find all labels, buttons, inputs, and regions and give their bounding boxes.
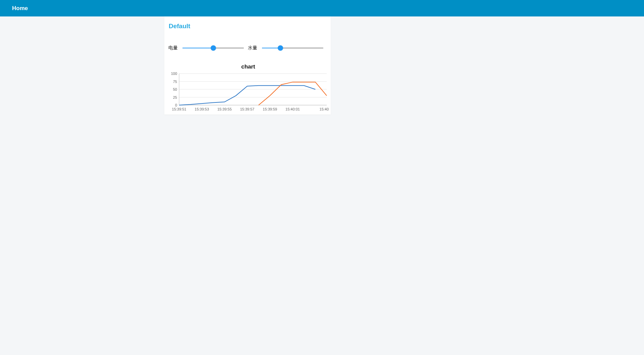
svg-text:25: 25 — [173, 95, 177, 99]
slider-thumb[interactable] — [211, 45, 216, 51]
svg-text:15:40:01: 15:40:01 — [285, 107, 300, 111]
card-title: Default — [164, 16, 331, 30]
card-default: Default 电量 水量 chart 025507510015:39:5115… — [164, 16, 331, 115]
chart-svg: 025507510015:39:5115:39:5315:39:5515:39:… — [168, 72, 329, 113]
svg-text:15:39:53: 15:39:53 — [195, 107, 209, 111]
svg-text:15:39:55: 15:39:55 — [217, 107, 232, 111]
svg-text:15:39:59: 15:39:59 — [263, 107, 277, 111]
svg-text:50: 50 — [173, 87, 177, 91]
slider-group-water: 水量 — [248, 44, 327, 52]
slider-track-active — [182, 48, 213, 48]
svg-text:0: 0 — [175, 103, 177, 107]
slider-group-electric: 电量 — [168, 44, 248, 52]
nav-home[interactable]: Home — [12, 5, 28, 12]
sliders-row: 电量 水量 — [164, 44, 331, 52]
slider-label-water: 水量 — [248, 45, 257, 51]
chart-title: chart — [168, 63, 329, 70]
svg-text:15:39:51: 15:39:51 — [172, 107, 186, 111]
chart-container: chart 025507510015:39:5115:39:5315:39:55… — [168, 63, 329, 113]
svg-text:15:39:57: 15:39:57 — [240, 107, 255, 111]
svg-text:100: 100 — [171, 72, 177, 76]
svg-text:15:40:04: 15:40:04 — [320, 107, 329, 111]
topbar: Home — [0, 0, 644, 16]
slider-label-electric: 电量 — [168, 45, 178, 51]
slider-electric[interactable] — [182, 44, 244, 52]
slider-water[interactable] — [262, 44, 323, 52]
slider-thumb[interactable] — [278, 45, 283, 51]
svg-text:75: 75 — [173, 80, 177, 84]
